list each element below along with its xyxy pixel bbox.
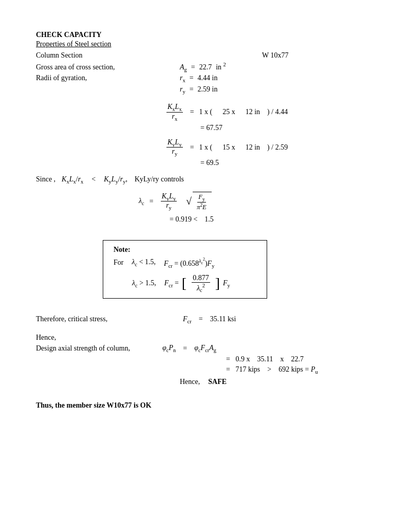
- since-text: Since ,: [36, 175, 55, 184]
- hence-section: Hence, Design axial strength of column, …: [36, 334, 375, 386]
- lambda-kyly-frac: KyLy ry: [161, 192, 177, 211]
- gross-area-label: Gross area of cross section,: [36, 63, 149, 71]
- since-controls: KyLy/ry controls: [135, 175, 184, 184]
- note-for-label: For: [114, 259, 123, 267]
- design-row2: = 0.9 x 35.11 x 22.7: [226, 355, 375, 363]
- rx-eq: =: [190, 74, 194, 82]
- phi-fcr-ag: φcFcrAg: [194, 344, 216, 353]
- properties-subtitle: Properties of Steel section: [36, 40, 375, 48]
- fcr-sym: Fcr: [183, 315, 192, 324]
- conclusion: Thus, the member size W10x77 is OK: [36, 401, 375, 410]
- design-row3: = 717 kips > 692 kips = Pu: [226, 365, 375, 375]
- fcr-eq: =: [199, 315, 203, 323]
- safe-label: SAFE: [208, 378, 227, 386]
- design-axial-label: Design axial strength of column,: [36, 344, 149, 353]
- hence-label1: Hence,: [36, 334, 375, 342]
- note-left-bracket: [: [182, 276, 186, 290]
- rx-symbol: rx: [180, 74, 185, 83]
- note-cond2-row: λc > 1.5, Fcr = [ 0.877 λc2 ] Fy: [114, 274, 256, 293]
- critical-stress-row: Therefore, critical stress, Fcr = 35.11 …: [36, 315, 375, 324]
- note-right-bracket: ]: [215, 276, 220, 290]
- lambda-eq-block: λc = KyLy ry √ Fy π2E: [139, 192, 375, 211]
- since-kyly: KyLy/ry,: [104, 175, 127, 185]
- rx-value: 4.44 in: [198, 74, 218, 82]
- check-capacity-title: CHECK CAPACITY: [36, 31, 375, 39]
- radii-label: Radii of gyration,: [36, 74, 149, 82]
- kxlx-rhs: 1 x (: [199, 108, 213, 116]
- note-cond2: λc > 1.5,: [132, 279, 156, 288]
- critical-stress-label: Therefore, critical stress,: [36, 315, 149, 323]
- kxlx-rx-block: KxLx rx = 1 x ( 25 x 12 in ) / 4.44: [164, 103, 375, 122]
- ry-value: 2.59 in: [198, 85, 218, 94]
- ry-row: ry = 2.59 in: [36, 85, 375, 95]
- kxlx-val2: 12 in: [246, 108, 260, 116]
- column-section-value: W 10x77: [262, 51, 288, 60]
- kyly-ry-fraction: KyLy ry: [166, 138, 183, 157]
- kxlx-result: = 67.57: [200, 124, 375, 132]
- kyly-result: = 69.5: [200, 159, 375, 167]
- note-fy2: Fy: [223, 279, 230, 288]
- since-row: Since , KxLx/rx < KyLy/ry, KyLy/ry contr…: [36, 175, 375, 185]
- check-capacity-section: CHECK CAPACITY Properties of Steel secti…: [36, 31, 375, 95]
- kxlx-val3: ) / 4.44: [267, 108, 288, 116]
- lambda-result: = 0.919 < 1.5: [170, 215, 375, 224]
- phi-pn: φcPn: [162, 344, 176, 353]
- since-lt: <: [91, 175, 96, 184]
- kyly-val1: 15 x: [222, 143, 235, 152]
- gross-area-value: 22.7: [199, 63, 212, 71]
- kxlx-rx-fraction: KxLx rx: [166, 103, 183, 122]
- kxlx-eq: =: [190, 108, 194, 116]
- column-section-label: Column Section: [36, 51, 149, 60]
- hence-safe-row: Hence, SAFE: [180, 378, 375, 386]
- kyly-ry-block: KyLy ry = 1 x ( 15 x 12 in ) / 2.59: [164, 138, 375, 157]
- note-cond1-row: For λc < 1.5, Fcr = (0.658λc2)Fy: [114, 257, 256, 269]
- note-cond1: λc < 1.5,: [132, 258, 156, 267]
- gross-area-row: Gross area of cross section, Ag = 22.7 i…: [36, 62, 375, 72]
- kyly-val2: 12 in: [246, 143, 260, 152]
- fcr-value: 35.11 ksi: [210, 315, 236, 323]
- note-fcr1: Fcr = (0.658λc2)Fy: [164, 257, 214, 269]
- lambda-eq: =: [150, 197, 154, 206]
- note-box: Note: For λc < 1.5, Fcr = (0.658λc2)Fy λ…: [103, 240, 267, 299]
- hence-label2: Hence,: [180, 378, 200, 386]
- note-cond2-frac: 0.877 λc2: [192, 274, 210, 293]
- gross-area-unit: in 2: [216, 62, 226, 71]
- kyly-rhs: 1 x (: [199, 143, 213, 152]
- column-section-row: Column Section W 10x77: [36, 51, 375, 60]
- radii-label-row: Radii of gyration, rx = 4.44 in: [36, 74, 375, 83]
- since-kxlx: KxLx/rx: [62, 175, 83, 185]
- ry-symbol: ry: [180, 85, 185, 95]
- design-eq1: =: [183, 344, 187, 353]
- lambda-sym: λc: [139, 197, 144, 206]
- note-fcr2: Fcr =: [164, 279, 179, 288]
- kyly-val3: ) / 2.59: [267, 143, 288, 152]
- lambda-sqrt: √ Fy π2E: [186, 192, 212, 211]
- gross-area-symbol: Ag: [180, 63, 187, 72]
- kxlx-val1: 25 x: [222, 108, 235, 116]
- ry-eq: =: [190, 85, 194, 94]
- gross-area-eq: =: [191, 63, 195, 71]
- design-axial-row: Design axial strength of column, φcPn = …: [36, 344, 375, 353]
- kyly-eq: =: [190, 143, 194, 152]
- note-title: Note:: [114, 246, 256, 254]
